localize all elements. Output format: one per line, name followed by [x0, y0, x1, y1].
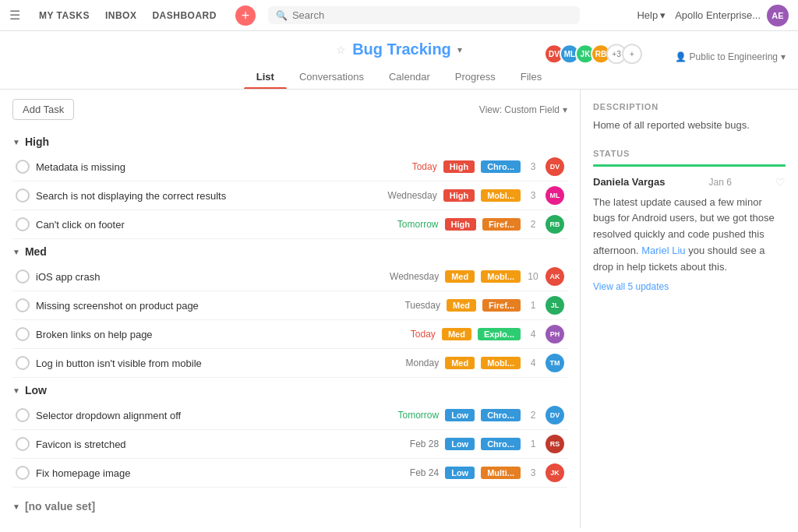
- tab-calendar[interactable]: Calendar: [376, 65, 443, 89]
- task-checkbox[interactable]: [16, 356, 30, 370]
- task-avatar: ML: [546, 186, 564, 205]
- task-row[interactable]: Search is not displaying the correct res…: [12, 181, 567, 210]
- project-tabs: List Conversations Calendar Progress Fil…: [0, 65, 798, 89]
- task-avatar: AK: [546, 267, 564, 286]
- nav-inbox[interactable]: INBOX: [99, 7, 143, 24]
- top-nav: ☰ MY TASKS INBOX DASHBOARD + 🔍 Help ▾ Ap…: [0, 0, 798, 31]
- view-button[interactable]: View: Custom Field ▾: [479, 104, 567, 115]
- task-row[interactable]: Selector dropdown alignment off Tomorrow…: [12, 401, 567, 430]
- browser-badge: Chro...: [481, 409, 521, 421]
- task-count: 10: [527, 271, 539, 282]
- task-count: 2: [527, 219, 539, 230]
- description-text: Home of all reported website bugs.: [593, 118, 786, 133]
- priority-badge: High: [443, 189, 475, 202]
- priority-badge: Low: [445, 409, 475, 421]
- tab-files[interactable]: Files: [508, 65, 554, 89]
- tab-progress[interactable]: Progress: [443, 65, 508, 89]
- task-date: Tuesday: [386, 300, 440, 311]
- status-text: The latest update caused a few minor bug…: [593, 195, 786, 276]
- section-header-med[interactable]: ▼ Med: [12, 239, 567, 262]
- task-checkbox[interactable]: [16, 160, 30, 174]
- section-toggle-high: ▼: [12, 138, 20, 146]
- nav-dashboard[interactable]: DASHBOARD: [146, 7, 223, 24]
- task-checkbox[interactable]: [16, 188, 30, 203]
- nav-links: MY TASKS INBOX DASHBOARD: [33, 7, 223, 24]
- avatars-row: DV ML JK RB +3 +: [544, 44, 642, 64]
- task-date: Today: [381, 329, 436, 340]
- task-checkbox[interactable]: [16, 298, 30, 312]
- tab-list[interactable]: List: [244, 65, 287, 89]
- privacy-button[interactable]: 👤 Public to Engineering ▾: [675, 51, 786, 62]
- task-count: 4: [527, 358, 539, 368]
- star-icon[interactable]: ☆: [336, 44, 346, 56]
- task-avatar: DV: [546, 406, 564, 425]
- task-count: 1: [527, 439, 539, 449]
- tab-conversations[interactable]: Conversations: [287, 65, 376, 89]
- task-row[interactable]: iOS app crash Wednesday Med Mobl... 10 A…: [12, 262, 567, 291]
- task-name: Fix homepage image: [36, 467, 378, 479]
- task-checkbox[interactable]: [16, 466, 30, 480]
- task-checkbox[interactable]: [16, 437, 30, 451]
- user-info[interactable]: Apollo Enterprise... AE: [675, 5, 789, 26]
- section-header-no-value[interactable]: ▼ [no value set]: [12, 488, 567, 523]
- task-avatar: JK: [546, 463, 564, 482]
- task-row[interactable]: Can't click on footer Tomorrow High Fire…: [12, 210, 567, 239]
- task-row[interactable]: Log in button isn't visible from mobile …: [12, 349, 567, 378]
- task-list-toolbar: Add Task View: Custom Field ▾: [12, 99, 567, 120]
- task-name: Log in button isn't visible from mobile: [36, 358, 378, 369]
- project-header: DV ML JK RB +3 + ☆ Bug Tracking ▾ 👤 Publ…: [0, 31, 798, 90]
- lock-icon: 👤: [675, 51, 687, 62]
- task-date: Monday: [384, 358, 439, 368]
- status-section: STATUS Daniela Vargas Jan 6 ♡ The latest…: [593, 149, 786, 293]
- browser-badge: Mobl...: [481, 189, 521, 202]
- task-count: 4: [527, 329, 539, 340]
- task-name: Favicon is stretched: [36, 439, 378, 450]
- task-name: Can't click on footer: [36, 219, 378, 231]
- task-avatar: RS: [546, 435, 564, 453]
- browser-badge: Chro...: [481, 438, 521, 450]
- add-member-button[interactable]: +: [622, 44, 642, 64]
- task-checkbox[interactable]: [16, 327, 30, 341]
- task-row[interactable]: Metadata is missing Today High Chro... 3…: [12, 153, 567, 181]
- view-label: View: Custom Field: [479, 104, 560, 115]
- task-date: Feb 28: [384, 439, 439, 449]
- section-header-high[interactable]: ▼ High: [12, 129, 567, 153]
- browser-badge: Firef...: [482, 299, 521, 312]
- priority-badge: Med: [445, 357, 475, 369]
- project-chevron-icon[interactable]: ▾: [457, 44, 462, 55]
- task-row[interactable]: Fix homepage image Feb 24 Low Multi... 3…: [12, 459, 567, 488]
- task-checkbox[interactable]: [16, 217, 30, 231]
- task-date: Today: [383, 161, 437, 172]
- privacy-chevron: ▾: [781, 51, 786, 62]
- browser-badge: Multi...: [481, 467, 521, 479]
- priority-badge: High: [443, 160, 475, 173]
- user-name: Apollo Enterprise...: [675, 9, 761, 21]
- search-input[interactable]: [292, 9, 572, 21]
- task-count: 3: [527, 161, 539, 172]
- task-row[interactable]: Favicon is stretched Feb 28 Low Chro... …: [12, 430, 567, 459]
- help-button[interactable]: Help ▾: [637, 9, 666, 21]
- section-header-low[interactable]: ▼ Low: [12, 378, 567, 401]
- priority-badge: Med: [447, 299, 476, 312]
- task-avatar: JL: [546, 296, 564, 315]
- task-avatar: DV: [546, 157, 564, 176]
- task-checkbox[interactable]: [16, 408, 30, 422]
- task-checkbox[interactable]: [16, 270, 30, 284]
- status-user: Daniela Vargas: [593, 176, 666, 188]
- menu-icon[interactable]: ☰: [9, 8, 20, 23]
- add-task-button[interactable]: Add Task: [12, 99, 74, 120]
- task-count: 1: [527, 300, 539, 311]
- task-avatar: RB: [546, 215, 564, 234]
- browser-badge: Chro...: [481, 160, 521, 173]
- nav-my-tasks[interactable]: MY TASKS: [33, 7, 96, 24]
- add-button[interactable]: +: [235, 5, 256, 26]
- task-name: Selector dropdown alignment off: [36, 410, 378, 421]
- view-all-updates-link[interactable]: View all 5 updates: [593, 281, 786, 292]
- task-row[interactable]: Missing screenshot on product page Tuesd…: [12, 291, 567, 320]
- section-toggle-no-value: ▼: [12, 502, 20, 511]
- priority-badge: Low: [445, 438, 475, 450]
- task-date: Tomorrow: [384, 219, 439, 230]
- status-link[interactable]: Mariel Liu: [641, 245, 685, 256]
- heart-icon[interactable]: ♡: [775, 176, 786, 188]
- task-row[interactable]: Broken links on help page Today Med Expl…: [12, 320, 567, 349]
